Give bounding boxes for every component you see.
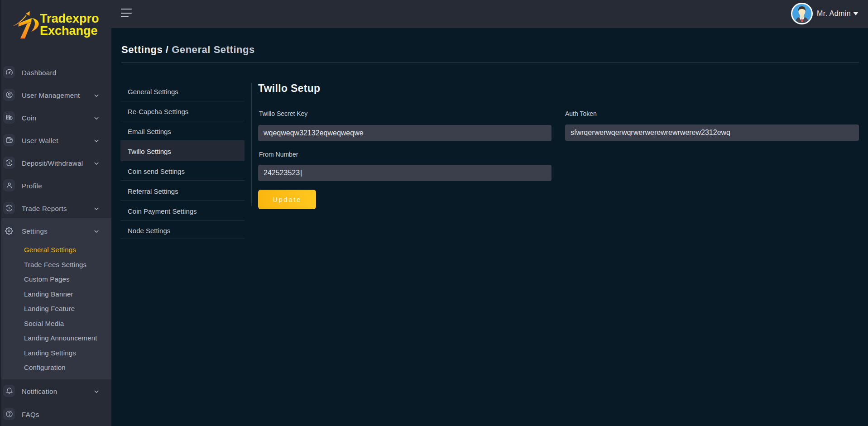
svg-text:$: $ [8, 206, 10, 210]
svg-text:$: $ [10, 117, 11, 120]
svg-text:$: $ [8, 161, 10, 164]
